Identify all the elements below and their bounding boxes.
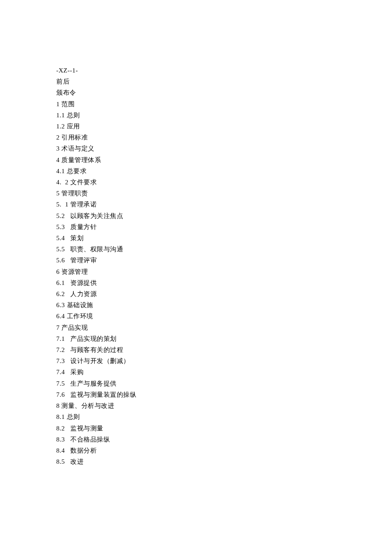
toc-line: 6 资源管理	[56, 266, 333, 277]
toc-line: 6.2 人力资源	[56, 288, 333, 299]
toc-line: 5 管理职责	[56, 188, 333, 199]
document-content: -XZ--1- 前后 颁布令 1 范围 1.1 总则 1.2 应用 2 引用标准…	[56, 65, 333, 467]
toc-line: 7.4 采购	[56, 366, 333, 378]
toc-line: 5.2 以顾客为关注焦点	[56, 210, 333, 221]
toc-line: 5.3 质量方针	[56, 221, 333, 232]
toc-line: 6.3 基础设施	[56, 299, 333, 311]
toc-line: 6.4 工作环境	[56, 311, 333, 322]
toc-line: 7.6 监视与测量装置的操纵	[56, 389, 333, 400]
toc-line: 7 产品实现	[56, 322, 333, 333]
toc-line: 5. 1 管理承诺	[56, 199, 333, 210]
toc-line: 2 引用标准	[56, 132, 333, 143]
toc-line: 7.5 生产与服务提供	[56, 378, 333, 389]
toc-line: 7.1 产品实现的策划	[56, 333, 333, 344]
toc-line: 颁布令	[56, 87, 333, 98]
toc-line: 8.1 总则	[56, 411, 333, 422]
toc-line: 4. 2 文件要求	[56, 177, 333, 188]
toc-line: -XZ--1-	[56, 65, 333, 76]
toc-line: 8.3 不合格品操纵	[56, 434, 333, 445]
toc-line: 8.5 改进	[56, 456, 333, 467]
toc-line: 1.1 总则	[56, 110, 333, 121]
toc-line: 5.5 职责、权限与沟通	[56, 244, 333, 255]
toc-line: 8.4 数据分析	[56, 445, 333, 456]
toc-line: 3 术语与定义	[56, 143, 333, 154]
toc-line: 6.1 资源提供	[56, 277, 333, 288]
toc-line: 1.2 应用	[56, 121, 333, 132]
toc-line: 7.3 设计与开发（删减）	[56, 355, 333, 366]
toc-line: 前后	[56, 76, 333, 87]
toc-line: 4.1 总要求	[56, 166, 333, 177]
toc-line: 8.2 监视与测量	[56, 423, 333, 434]
toc-line: 1 范围	[56, 99, 333, 110]
toc-line: 5.6 管理评审	[56, 255, 333, 266]
toc-line: 7.2 与顾客有关的过程	[56, 344, 333, 355]
toc-line: 5.4 策划	[56, 232, 333, 244]
toc-line: 8 测量、分析与改进	[56, 400, 333, 411]
toc-line: 4 质量管理体系	[56, 154, 333, 166]
